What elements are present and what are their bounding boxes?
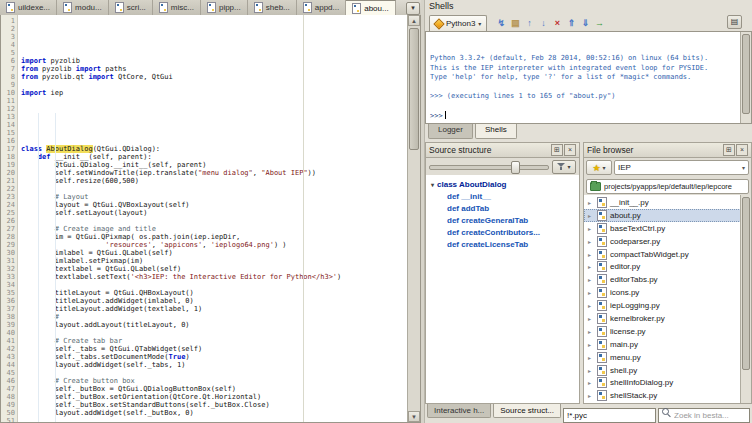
- scroll-up-icon[interactable]: ▲: [408, 15, 420, 26]
- file-list-scrollbar[interactable]: [740, 195, 751, 403]
- expand-arrow-icon[interactable]: ▸: [588, 263, 594, 270]
- file-row[interactable]: ▸shellInfoDialog.py: [584, 376, 741, 389]
- shell-line: >>> (executing lines 1 to 165 of "about.…: [430, 92, 737, 102]
- scroll-down-icon[interactable]: ▼: [408, 411, 420, 422]
- paste-output-icon[interactable]: ▤: [509, 17, 521, 29]
- file-row[interactable]: ▸shell.py: [584, 364, 741, 377]
- editor-scrollbar[interactable]: ▲ ▼: [407, 15, 420, 422]
- editor-scrollbar-thumb[interactable]: [409, 28, 419, 150]
- debug-previous-frame-icon[interactable]: ⇑: [565, 17, 577, 29]
- expand-arrow-icon[interactable]: ▸: [588, 289, 594, 296]
- file-row[interactable]: ▸icons.py: [584, 286, 741, 299]
- file-row[interactable]: ▸codeparser.py: [584, 235, 741, 248]
- file-filter-input[interactable]: [563, 408, 656, 423]
- file-row[interactable]: ▸editorTabs.py: [584, 273, 741, 286]
- editor-tab-modu[interactable]: modu...: [57, 0, 109, 15]
- editor-tab-scri[interactable]: scri...: [109, 0, 153, 15]
- shell-scrollbar[interactable]: [740, 32, 751, 123]
- debug-continue-icon[interactable]: →: [593, 17, 605, 29]
- file-row[interactable]: ▸shellStack.py: [584, 389, 741, 402]
- source-structure-toolbar: ▾: [425, 158, 580, 175]
- file-row[interactable]: ▸main.py: [584, 338, 741, 351]
- shell-scrollbar-thumb[interactable]: [742, 34, 750, 114]
- expand-arrow-icon[interactable]: ▸: [588, 341, 594, 348]
- bookmarks-button[interactable]: ★ ▾: [586, 160, 612, 175]
- shell-menu-icon[interactable]: ▤: [727, 15, 742, 29]
- expand-arrow-icon[interactable]: ▸: [588, 354, 594, 361]
- expand-arrow-icon[interactable]: ▸: [588, 199, 594, 206]
- file-row[interactable]: ▸baseTextCtrl.py: [584, 222, 741, 235]
- editor-tab-abou[interactable]: abou...: [346, 0, 395, 15]
- close-panel-icon[interactable]: ×: [736, 144, 748, 156]
- structure-item-label: def createLicenseTab: [447, 240, 528, 249]
- depth-slider[interactable]: [429, 161, 549, 172]
- line-number: 39: [1, 321, 15, 329]
- project-combobox[interactable]: IEP ▾: [614, 160, 749, 175]
- expand-arrow-icon[interactable]: ▸: [588, 315, 594, 322]
- expand-arrow-icon[interactable]: ▸: [588, 379, 594, 386]
- expand-arrow-icon[interactable]: ▸: [588, 238, 594, 245]
- file-row[interactable]: ▸compactTabWidget.py: [584, 248, 741, 261]
- code-area[interactable]: import pyzolibfrom pyzolib import pathsf…: [18, 15, 407, 422]
- file-row[interactable]: ▸editor.py: [584, 260, 741, 273]
- python-file-icon: [597, 313, 607, 324]
- structure-item[interactable]: def __init__: [428, 190, 577, 202]
- line-number: 46: [1, 377, 15, 385]
- expand-arrow-icon[interactable]: ▸: [588, 212, 594, 219]
- file-name: shell.py: [610, 366, 637, 375]
- file-row[interactable]: ▸kernelbroker.py: [584, 312, 741, 325]
- expand-arrow-icon[interactable]: ▸: [588, 392, 594, 399]
- float-panel-icon[interactable]: ⊞: [551, 144, 563, 156]
- editor-tab-pipp[interactable]: pipp...: [201, 0, 248, 15]
- code-line: # Create button box: [21, 377, 407, 385]
- structure-item[interactable]: def createGeneralTab: [428, 214, 577, 226]
- structure-item[interactable]: def createLicenseTab: [428, 238, 577, 250]
- float-panel-icon[interactable]: ⊞: [723, 144, 735, 156]
- expand-arrow-icon[interactable]: ▸: [588, 225, 594, 232]
- code-editor[interactable]: 1234567891011121314151617181920212223242…: [0, 15, 421, 423]
- editor-tab-uildexe[interactable]: uildexe...: [0, 0, 57, 15]
- structure-item[interactable]: ▾class AboutDialog: [428, 178, 577, 190]
- next-command-icon[interactable]: ↓: [537, 17, 549, 29]
- tool-tab-sourcestruct[interactable]: Source struct...: [493, 404, 561, 418]
- code-line: [21, 369, 407, 377]
- editor-tab-label: sheb...: [266, 3, 290, 12]
- file-row[interactable]: ▸__init__.py: [584, 196, 741, 209]
- search-in-files-input[interactable]: [658, 408, 750, 423]
- file-list-scrollbar-thumb[interactable]: [742, 197, 750, 370]
- file-icon: [207, 2, 216, 13]
- editor-tab-misc[interactable]: misc...: [153, 0, 201, 15]
- tool-tab-interactiveh[interactable]: Interactive h...: [427, 404, 491, 418]
- dock-tab-shells[interactable]: Shells: [475, 124, 517, 139]
- shell-tab-python3[interactable]: Python3 ▾: [429, 15, 487, 31]
- interrupt-icon[interactable]: ↯: [495, 17, 507, 29]
- expand-arrow-icon[interactable]: ▸: [588, 367, 594, 374]
- structure-item[interactable]: def addTab: [428, 202, 577, 214]
- path-combobox[interactable]: projects/pyapps/iep/default/iep/iepcore: [586, 179, 749, 194]
- expand-arrow-icon[interactable]: ▸: [588, 302, 594, 309]
- structure-filter-button[interactable]: ▾: [552, 160, 576, 174]
- file-row[interactable]: ▸iepLogging.py: [584, 299, 741, 312]
- expand-arrow-icon[interactable]: ▾: [431, 181, 434, 188]
- expand-arrow-icon[interactable]: ▸: [588, 251, 594, 258]
- shells-dock: Shells Python3 ▾ ↯▤↑↓×⇑⇓→ ▤ Python 3.3.2…: [425, 0, 752, 139]
- debug-next-frame-icon[interactable]: ⇓: [579, 17, 591, 29]
- code-line: self._butBox.setOrientation(QtCore.Qt.Ho…: [21, 393, 407, 401]
- structure-item[interactable]: def createContributors...: [428, 226, 577, 238]
- editor-tab-sheb[interactable]: sheb...: [248, 0, 297, 15]
- shell-output[interactable]: Python 3.3.2+ (default, Feb 28 2014, 00:…: [425, 32, 752, 124]
- file-row[interactable]: ▸menu.py: [584, 351, 741, 364]
- file-icon: [303, 2, 312, 13]
- previous-command-icon[interactable]: ↑: [523, 17, 535, 29]
- line-number: 19: [1, 161, 15, 169]
- file-row[interactable]: ▸license.py: [584, 325, 741, 338]
- editor-tab-appd[interactable]: appd...: [297, 0, 346, 15]
- expand-arrow-icon[interactable]: ▸: [588, 276, 594, 283]
- file-row[interactable]: ▸about.py: [584, 209, 741, 222]
- dock-tab-logger[interactable]: Logger: [428, 124, 473, 139]
- terminate-icon[interactable]: ×: [551, 17, 563, 29]
- close-panel-icon[interactable]: ×: [564, 144, 576, 156]
- slider-handle[interactable]: [511, 161, 520, 174]
- expand-arrow-icon[interactable]: ▸: [588, 328, 594, 335]
- tab-list-button[interactable]: ▾: [406, 2, 420, 15]
